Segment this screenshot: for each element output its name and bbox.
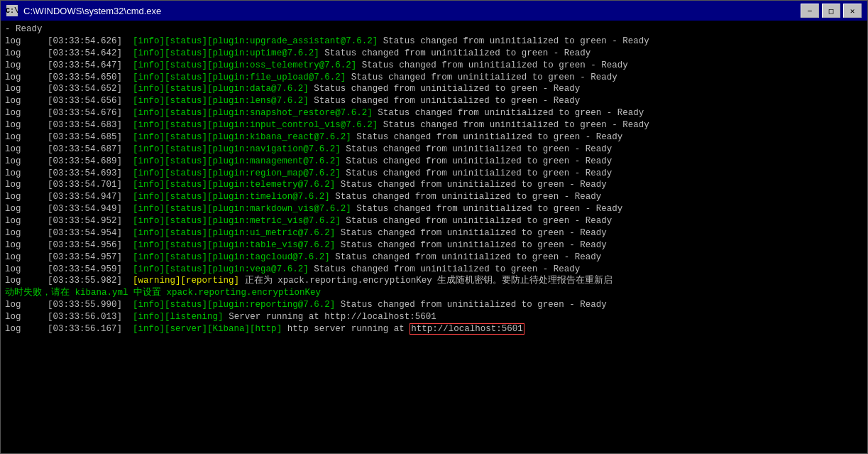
- log-line-12: log [03:33:54.693] [info][status][plugin…: [5, 168, 863, 180]
- log-line-13: log [03:33:54.701] [info][status][plugin…: [5, 179, 863, 191]
- log-line-9: log [03:33:54.685] [info][status][plugin…: [5, 131, 863, 144]
- log-line-8: log [03:33:54.683] [info][status][plugin…: [5, 119, 863, 131]
- bottom-bar: [1, 438, 867, 453]
- close-button[interactable]: ✕: [843, 4, 862, 18]
- bottom-bar-text: [5, 441, 10, 450]
- log-line-21: log [03:33:55.990] [info][status][plugin…: [5, 299, 863, 311]
- title-bar-left: C:\ C:\WINDOWS\system32\cmd.exe: [6, 5, 161, 16]
- cmd-window: C:\ C:\WINDOWS\system32\cmd.exe − □ ✕ - …: [0, 0, 868, 454]
- log-line-5: log [03:33:54.652] [info][status][plugin…: [5, 83, 863, 95]
- warning-line-cont: 动时失败，请在 kibana.yml 中设置 xpack.reporting.e…: [5, 287, 863, 299]
- terminal-output: - Ready log [03:33:54.626] [info][status…: [1, 21, 867, 438]
- log-line-7: log [03:33:54.676] [info][status][plugin…: [5, 107, 863, 119]
- log-line-23: log [03:33:56.167] [info][server][Kibana…: [5, 323, 863, 335]
- log-line-6: log [03:33:54.656] [info][status][plugin…: [5, 95, 863, 107]
- log-line-14: log [03:33:54.947] [info][status][plugin…: [5, 191, 863, 203]
- maximize-button[interactable]: □: [822, 4, 840, 18]
- title-bar: C:\ C:\WINDOWS\system32\cmd.exe − □ ✕: [1, 1, 867, 21]
- cmd-icon: C:\: [6, 5, 18, 16]
- log-line-16: log [03:33:54.952] [info][status][plugin…: [5, 215, 863, 227]
- log-line-10: log [03:33:54.687] [info][status][plugin…: [5, 144, 863, 156]
- log-line-19: log [03:33:54.957] [info][status][plugin…: [5, 252, 863, 264]
- minimize-button[interactable]: −: [801, 4, 819, 18]
- log-line-22: log [03:33:56.013] [info][listening] Ser…: [5, 311, 863, 323]
- title-bar-controls: − □ ✕: [801, 4, 862, 18]
- log-line-15: log [03:33:54.949] [info][status][plugin…: [5, 203, 863, 215]
- log-line-11: log [03:33:54.689] [info][status][plugin…: [5, 156, 863, 168]
- log-line-20: log [03:33:54.959] [info][status][plugin…: [5, 264, 863, 276]
- log-line-18: log [03:33:54.956] [info][status][plugin…: [5, 239, 863, 252]
- ready-prefix-text: - Ready: [5, 24, 43, 34]
- log-line-17: log [03:33:54.954] [info][status][plugin…: [5, 227, 863, 239]
- log-line-2: log [03:33:54.642] [info][status][plugin…: [5, 48, 863, 60]
- log-line-3: log [03:33:54.647] [info][status][plugin…: [5, 60, 863, 72]
- log-line-4: log [03:33:54.650] [info][status][plugin…: [5, 72, 863, 84]
- window-title: C:\WINDOWS\system32\cmd.exe: [23, 6, 161, 16]
- localhost-url: http://localhost:5601: [410, 323, 524, 335]
- log-line-1: log [03:33:54.626] [info][status][plugin…: [5, 36, 863, 48]
- warning-line: log [03:33:55.982] [warning][reporting] …: [5, 275, 863, 287]
- ready-prefix-line: - Ready: [5, 23, 863, 36]
